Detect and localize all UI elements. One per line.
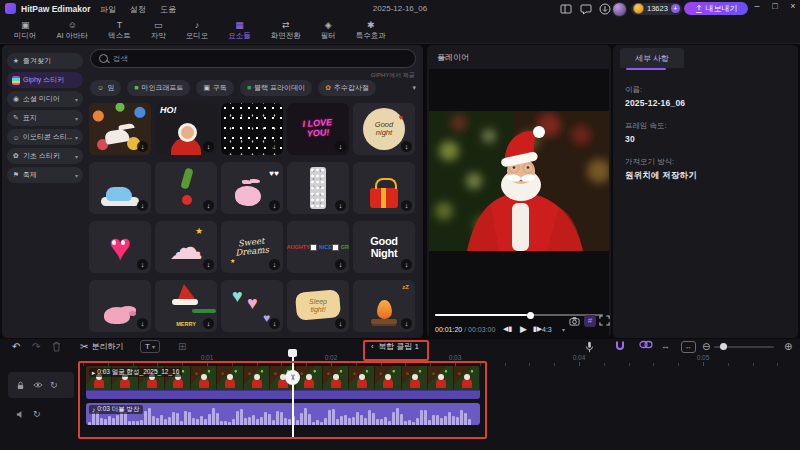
download-icon[interactable]: ↓ [269,318,280,329]
download-icon[interactable]: ↓ [269,200,280,211]
search-input[interactable]: 검색 [90,49,416,68]
download-icon[interactable]: ↓ [137,259,148,270]
minimize-button[interactable]: – [750,1,764,11]
back-chevron-icon[interactable]: ‹ [371,342,374,351]
playhead-line[interactable] [292,356,294,437]
download-icon[interactable]: ↓ [137,141,148,152]
sticker-grinch-hand-ornament[interactable]: ↓ [155,162,217,214]
loop-icon[interactable]: ↻ [33,410,41,419]
add-coins-button[interactable]: + [671,4,680,13]
sidebar-item-3[interactable]: ◉소셜 미디어▾ [7,91,83,107]
loop-icon[interactable]: ↻ [50,381,58,390]
split-button[interactable]: ✂ 분리하기 [80,341,123,352]
ribbon-tab-텍스트[interactable]: T텍스트 [98,20,141,41]
sticker-glitter-column[interactable]: ↓ [287,162,349,214]
download-manager-icon[interactable] [599,3,611,15]
sticker-ho-santa[interactable]: HO!↓ [155,103,217,155]
sticker-pink-bunny[interactable]: ↓ [221,162,283,214]
ribbon-tab-AI 아바타[interactable]: ☺AI 아바타 [47,20,99,41]
eye-visibility-icon[interactable] [33,381,42,390]
download-icon[interactable]: ↓ [335,318,346,329]
timeline-ruler[interactable]: 0:010:020:030:040:05 [0,353,800,366]
download-icon[interactable]: ↓ [401,141,412,152]
audio-clip[interactable]: ♪0:03 더블 방찬 [86,403,480,425]
sticker-party-pig[interactable]: ↓ [89,280,151,332]
user-avatar[interactable] [612,2,627,17]
video-clip[interactable]: ▸0:03 얼굴 합성_2025_12_16 [86,366,480,399]
sticker-rainbow-hearts[interactable]: ↓ [221,280,283,332]
record-voiceover-mic-icon[interactable] [585,341,594,352]
zoom-in-button[interactable]: ⊕ [784,341,792,352]
sticker-campfire[interactable]: zZ↓ [353,280,415,332]
volume-icon[interactable] [16,410,25,419]
sidebar-item-1[interactable]: ★즐겨찾기 [7,53,83,69]
ribbon-tab-자막[interactable]: ▭자막 [141,20,176,41]
playhead-scissors-icon[interactable]: ✂ [285,370,300,385]
download-icon[interactable]: ↓ [335,259,346,270]
step-forward-button[interactable]: ▮▶ [533,325,542,333]
sticker-snowfall[interactable]: ↓ [221,103,283,155]
sticker-i-love-you[interactable]: I LOVE YOU!↓ [287,103,349,155]
step-back-button[interactable]: ◀▮ [503,325,512,333]
sticker-party-goat[interactable]: ↓ [89,103,151,155]
download-icon[interactable]: ↓ [269,141,280,152]
download-icon[interactable]: ↓ [401,200,412,211]
sticker-good-night-circle[interactable]: Good night↓ [353,103,415,155]
coin-balance[interactable]: 13623 + [631,3,682,15]
text-tool-button[interactable]: T▾ [140,341,160,352]
link-clips-toggle-icon[interactable] [639,340,653,352]
sidebar-item-7[interactable]: ⚑축제▾ [7,167,83,183]
sticker-sleep-tight-pillow[interactable]: Sleep tight!↓ [287,280,349,332]
ribbon-tab-화면전환[interactable]: ⇄화면전환 [261,20,311,41]
ribbon-tab-오디오[interactable]: ♪오디오 [176,20,219,41]
grid-overlay-button[interactable]: # [584,315,596,327]
download-icon[interactable]: ↓ [203,200,214,211]
tag-pill-마인크래프트[interactable]: ■마인크래프트 [127,80,190,96]
ribbon-tab-요소들[interactable]: ▦요소들 [218,20,261,41]
sticker-red-gift-box[interactable]: ↓ [353,162,415,214]
feedback-chat-icon[interactable] [580,3,592,15]
sidebar-item-6[interactable]: ✿기초 스티커▾ [7,148,83,164]
sticker-pink-cloud-star[interactable]: ↓ [155,221,217,273]
maximize-button[interactable]: □ [768,1,782,11]
progress-knob[interactable] [527,312,534,319]
snapshot-camera-icon[interactable] [569,316,580,326]
redo-button[interactable]: ↷ [32,341,40,352]
sticker-good-night-bold[interactable]: Good Night↓ [353,221,415,273]
download-icon[interactable]: ↓ [401,318,412,329]
sticker-naughty-nice-list[interactable]: NAUGHTYNICEGRINCH↓ [287,221,349,273]
download-icon[interactable]: ↓ [137,200,148,211]
download-icon[interactable]: ↓ [401,259,412,270]
sticker-merry-christmas-hat[interactable]: MERRY↓ [155,280,217,332]
sidebar-item-2[interactable]: Giphy 스티커 [7,72,83,88]
download-icon[interactable]: ↓ [335,200,346,211]
aspect-ratio-selector[interactable]: 4:3 [542,326,552,333]
sticker-heart-character[interactable]: ↓ [89,221,151,273]
zoom-out-button[interactable]: ⊖ [702,341,710,352]
ribbon-tab-미디어[interactable]: ▣미디어 [4,20,47,41]
fit-timeline-icon[interactable]: ↔ [681,341,696,352]
export-button[interactable]: 내보내기 [684,2,748,15]
close-button[interactable]: × [786,1,800,11]
tab-details[interactable]: 세부 사항 [620,48,684,68]
tag-pill-구독[interactable]: ▣구독 [196,80,234,96]
lock-icon[interactable] [16,381,25,390]
download-icon[interactable]: ↓ [269,259,280,270]
timeline-zoom-knob[interactable] [720,343,727,350]
download-icon[interactable]: ↓ [203,141,214,152]
tag-pill-밈[interactable]: ☺밈 [90,80,121,96]
ribbon-tab-특수효과[interactable]: ✱특수효과 [346,20,396,41]
ripple-edit-icon[interactable]: ↔ [661,341,670,352]
undo-button[interactable]: ↶ [12,341,20,352]
fullscreen-icon[interactable] [599,315,610,326]
download-icon[interactable]: ↓ [137,318,148,329]
download-icon[interactable]: ↓ [335,141,346,152]
sticker-sleeping-blue-cat[interactable]: ↓ [89,162,151,214]
ribbon-tab-필터[interactable]: ◈필터 [311,20,346,41]
play-button[interactable]: ▶ [520,324,527,334]
sidebar-item-4[interactable]: ✎표지▾ [7,110,83,126]
add-clip-button[interactable]: ⊞ [178,341,186,352]
sticker-sweet-dreams[interactable]: Sweet Dreams↓ [221,221,283,273]
download-icon[interactable]: ↓ [203,259,214,270]
tag-pill-블랙 프라이데이[interactable]: ■블랙 프라이데이 [240,80,312,96]
